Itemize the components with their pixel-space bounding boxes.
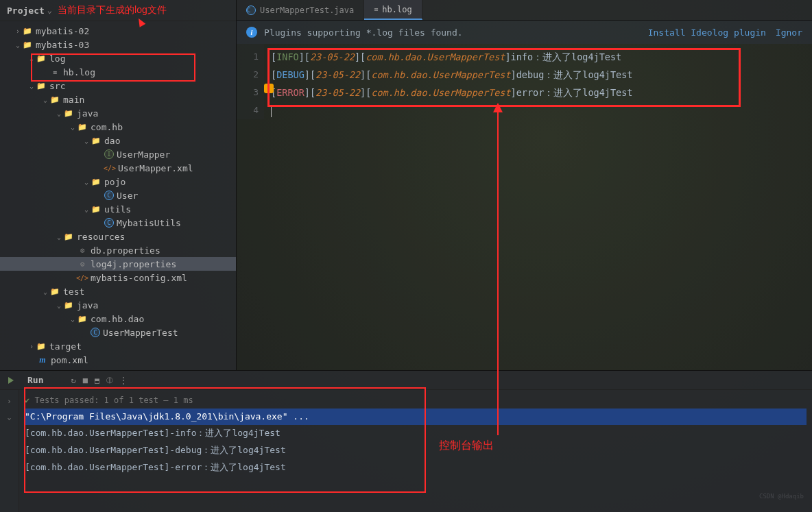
tree-log4jprops[interactable]: ⚙log4j.properties	[0, 257, 236, 271]
annotation-console: 控制台输出	[439, 439, 494, 453]
tree-java[interactable]: ⌄📁java	[0, 106, 236, 120]
more-icon[interactable]: ⋮	[119, 376, 128, 385]
console-line-4: [com.hb.dao.UserMapperTest]-error：进入了log…	[25, 459, 807, 476]
tree-test[interactable]: ⌄📁test	[0, 284, 236, 298]
editor-cursor	[271, 105, 272, 117]
info-icon: i	[246, 27, 257, 38]
tree-usermapper[interactable]: IUserMapper	[0, 147, 236, 161]
log-line-4	[271, 101, 812, 119]
tree-resources[interactable]: ⌄📁resources	[0, 230, 236, 243]
plugin-notification-bar: i Plugins supporting *.log files found. …	[237, 21, 812, 44]
filter-icon[interactable]: ⦷	[106, 376, 112, 385]
run-label[interactable]: Run	[27, 375, 43, 385]
console-line-3: [com.hb.dao.UserMapperTest]-debug：进入了log…	[25, 442, 807, 459]
warning-bulb-icon[interactable]	[264, 84, 274, 93]
debug-icon[interactable]: ⬒	[95, 376, 99, 385]
tree-comhbdao[interactable]: ⌄📁com.hb.dao	[0, 312, 236, 326]
tree-log-folder[interactable]: ⌄📁log	[0, 51, 236, 65]
project-sidebar: Project ⌄ 当前目录下生成的log文件 ›📁mybatis-02 ⌄📁m…	[0, 0, 237, 370]
editor-area: CUserMapperTest.java ≡hb.log i Plugins s…	[237, 0, 812, 370]
console-output[interactable]: ✔ Tests passed: 1 of 1 test – 1 ms "C:\P…	[19, 390, 812, 512]
tree-mybatis02[interactable]: ›📁mybatis-02	[0, 24, 236, 38]
run-header: Run ↻ ■ ⬒ ⦷ ⋮	[0, 371, 812, 390]
tree-dao[interactable]: ⌄📁dao	[0, 134, 236, 147]
tab-usermappertest[interactable]: CUserMapperTest.java	[237, 0, 364, 20]
editor-tabs: CUserMapperTest.java ≡hb.log	[237, 0, 812, 21]
tree-src[interactable]: ⌄📁src	[0, 79, 236, 93]
run-sidebar: › ⌄	[0, 390, 19, 512]
console-line-1: "C:\Program Files\Java\jdk1.8.0_201\bin\…	[25, 409, 807, 426]
editor-content[interactable]: [INFO][23-05-22][com.hb.dao.UserMapperTe…	[264, 44, 812, 119]
editor-gutter: 1 2 3 4	[237, 44, 264, 119]
tree-hblog[interactable]: ≡hb.log	[0, 65, 236, 79]
tests-status: ✔ Tests passed: 1 of 1 test – 1 ms	[25, 393, 807, 409]
play-icon	[7, 376, 16, 385]
project-tree: ›📁mybatis-02 ⌄📁mybatis-03 ⌄📁log ≡hb.log …	[0, 21, 236, 367]
annotation-log-file: 当前目录下生成的log文件	[58, 4, 167, 16]
tree-mybatisconfig[interactable]: </>mybatis-config.xml	[0, 271, 236, 284]
stop-icon[interactable]: ■	[83, 376, 88, 385]
tree-testjava[interactable]: ⌄📁java	[0, 298, 236, 312]
tree-user[interactable]: CUser	[0, 188, 236, 202]
tree-dbprops[interactable]: ⚙db.properties	[0, 243, 236, 257]
log-line-3: [ERROR][23-05-22][com.hb.dao.UserMapperT…	[271, 84, 812, 101]
tree-pom[interactable]: mpom.xml	[0, 353, 236, 367]
tree-usermappertest[interactable]: CUserMapperTest	[0, 326, 236, 339]
chevron-down-icon: ⌄	[47, 5, 52, 15]
log-line-2: [DEBUG][23-05-22][com.hb.dao.UserMapperT…	[271, 66, 812, 84]
tree-utils[interactable]: ⌄📁utils	[0, 202, 236, 216]
log-line-1: [INFO][23-05-22][com.hb.dao.UserMapperTe…	[271, 48, 812, 66]
tree-comhb[interactable]: ⌄📁com.hb	[0, 120, 236, 134]
expand-icon[interactable]: ›	[3, 398, 16, 411]
project-title: Project	[7, 5, 45, 16]
tab-hblog[interactable]: ≡hb.log	[364, 0, 422, 20]
tree-pojo[interactable]: ⌄📁pojo	[0, 175, 236, 188]
ignore-link[interactable]: Ignor	[776, 27, 802, 38]
console-line-2: [com.hb.dao.UserMapperTest]-info：进入了log4…	[25, 425, 807, 442]
tree-target[interactable]: ›📁target	[0, 339, 236, 353]
run-toolwindow: Run ↻ ■ ⬒ ⦷ ⋮ › ⌄ ✔ Tests passed: 1 of 1…	[0, 370, 812, 512]
tree-usermapperxml[interactable]: </>UserMapper.xml	[0, 161, 236, 175]
tree-mybatisutils[interactable]: CMybatisUtils	[0, 216, 236, 230]
rerun-icon[interactable]: ↻	[71, 376, 75, 385]
notif-message: Plugins supporting *.log files found.	[264, 27, 463, 38]
tree-main[interactable]: ⌄📁main	[0, 93, 236, 106]
watermark: CSDN @Hdaqib	[759, 493, 804, 500]
project-toolwindow-header[interactable]: Project ⌄ 当前目录下生成的log文件	[0, 0, 236, 21]
collapse-icon[interactable]: ⌄	[3, 413, 16, 427]
install-plugin-link[interactable]: Install Ideolog plugin	[648, 27, 766, 38]
tree-mybatis03[interactable]: ⌄📁mybatis-03	[0, 38, 236, 51]
